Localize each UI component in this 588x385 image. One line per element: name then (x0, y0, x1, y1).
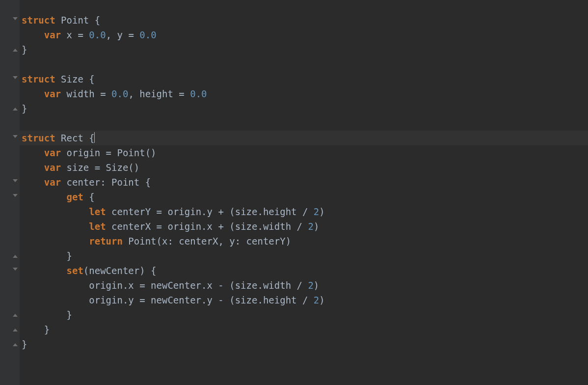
gutter-line (0, 307, 20, 322)
code-token: (newCenter) { (83, 265, 157, 276)
code-line[interactable]: } (20, 337, 588, 352)
fold-open-icon[interactable] (12, 17, 19, 24)
code-token: t { (78, 133, 94, 143)
code-token: } (22, 324, 50, 335)
code-token: origin.x = newCenter.x - (size.width / (22, 280, 308, 291)
code-line[interactable]: var x = 0.0, y = 0.0 (20, 28, 588, 42)
code-line[interactable]: var origin = Point() (20, 145, 588, 160)
gutter-line (0, 278, 20, 293)
gutter-line (0, 57, 20, 72)
code-token (22, 206, 89, 217)
code-line[interactable]: origin.x = newCenter.x - (size.width / 2… (20, 278, 588, 293)
gutter-line (0, 293, 20, 307)
code-token: 0.0 (139, 29, 156, 40)
code-token: 2 (314, 295, 319, 305)
code-token: origin.y = newCenter.y - (size.height / (22, 295, 314, 305)
code-token: Point(x: centerX, y: centerY) (128, 236, 291, 247)
fold-open-icon[interactable] (12, 193, 19, 200)
code-token: var (44, 29, 67, 40)
code-area[interactable]: struct Point { var x = 0.0, y = 0.0}stru… (20, 0, 588, 385)
code-line[interactable]: struct Point { (20, 13, 588, 28)
code-line[interactable]: var width = 0.0, height = 0.0 (20, 86, 588, 101)
gutter-line (0, 175, 20, 190)
fold-open-icon[interactable] (12, 267, 19, 274)
code-token: centerY = origin.y + (size.height / (111, 206, 314, 217)
gutter-line (0, 219, 20, 234)
code-token: get (67, 192, 89, 202)
gutter-line (0, 116, 20, 131)
code-token: ) (319, 206, 324, 217)
code-token: } (22, 44, 27, 55)
code-token (22, 265, 67, 276)
code-token (22, 88, 44, 99)
code-editor[interactable]: struct Point { var x = 0.0, y = 0.0}stru… (0, 0, 588, 385)
code-line[interactable]: } (20, 322, 588, 337)
fold-open-icon[interactable] (12, 76, 19, 82)
code-token: var (44, 162, 67, 173)
fold-open-icon[interactable] (12, 135, 19, 141)
code-token: set (67, 265, 83, 276)
code-token (22, 221, 89, 232)
code-line[interactable]: return Point(x: centerX, y: centerY) (20, 234, 588, 248)
code-token: { (89, 192, 94, 202)
fold-close-icon[interactable] (12, 105, 19, 112)
code-token: struct (22, 74, 61, 84)
code-token: } (22, 250, 72, 261)
gutter (0, 0, 20, 385)
code-token (22, 192, 67, 202)
code-line[interactable] (20, 116, 588, 131)
code-token: x = (67, 29, 89, 40)
fold-close-icon[interactable] (12, 326, 19, 333)
gutter-line (0, 131, 20, 145)
code-token: return (89, 236, 128, 247)
gutter-line (0, 101, 20, 116)
code-line[interactable]: var center: Point { (20, 175, 588, 190)
code-line[interactable]: } (20, 42, 588, 57)
code-line[interactable]: struct Size { (20, 72, 588, 86)
gutter-line (0, 322, 20, 337)
fold-open-icon[interactable] (12, 179, 19, 186)
code-token: width = (67, 88, 112, 99)
gutter-line (0, 234, 20, 248)
gutter-line (0, 263, 20, 278)
code-token: struct (22, 15, 61, 26)
gutter-line (0, 160, 20, 175)
code-token: Rec (61, 133, 78, 143)
code-line[interactable]: } (20, 101, 588, 116)
code-token: origin = Point() (67, 147, 157, 158)
gutter-line (0, 86, 20, 101)
code-line[interactable]: } (20, 307, 588, 322)
fold-close-icon[interactable] (12, 252, 19, 259)
code-token (22, 162, 44, 173)
code-line[interactable]: struct Rect { (20, 131, 588, 145)
code-token: ) (319, 295, 324, 305)
code-token: center: Point { (67, 177, 151, 188)
code-line[interactable]: get { (20, 190, 588, 204)
code-token: 2 (308, 280, 313, 291)
gutter-line (0, 337, 20, 352)
code-line[interactable]: let centerY = origin.y + (size.height / … (20, 204, 588, 219)
code-token (22, 29, 44, 40)
gutter-line (0, 204, 20, 219)
code-token: ) (314, 221, 319, 232)
code-line[interactable]: } (20, 248, 588, 263)
fold-close-icon[interactable] (12, 311, 19, 318)
code-line[interactable]: set(newCenter) { (20, 263, 588, 278)
code-token: var (44, 88, 67, 99)
code-line[interactable]: origin.y = newCenter.y - (size.height / … (20, 293, 588, 307)
code-line[interactable] (20, 57, 588, 72)
code-token: 0.0 (89, 29, 106, 40)
gutter-line (0, 13, 20, 28)
code-line[interactable]: let centerX = origin.x + (size.width / 2… (20, 219, 588, 234)
code-token: , y = (106, 29, 140, 40)
code-token: 2 (308, 221, 313, 232)
code-token: } (22, 103, 27, 114)
code-token: } (22, 339, 27, 350)
code-token: var (44, 147, 67, 158)
code-line[interactable]: var size = Size() (20, 160, 588, 175)
code-token: 0.0 (111, 88, 128, 99)
fold-close-icon[interactable] (12, 46, 19, 53)
code-token: , height = (128, 88, 190, 99)
code-token: 2 (314, 206, 319, 217)
fold-close-icon[interactable] (12, 341, 19, 348)
